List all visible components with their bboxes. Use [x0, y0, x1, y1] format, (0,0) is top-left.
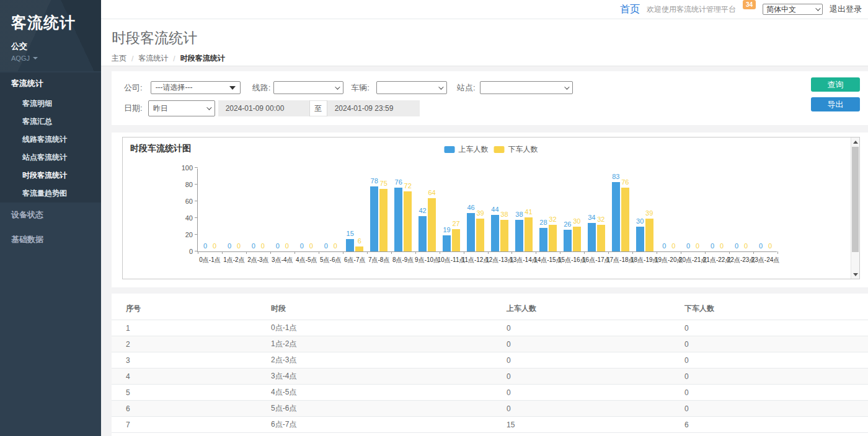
table-cell: 0: [492, 368, 670, 385]
bar-alighting: [525, 217, 533, 251]
bar-value-label: 0: [720, 242, 724, 250]
filter-row-1: 公司: ---请选择--- 线路: 车辆: 站点:: [112, 81, 573, 94]
sidebar-item-base-data[interactable]: 基础数据: [0, 227, 101, 252]
table-cell: 5点-6点: [257, 401, 492, 417]
table-cell: 3点-4点: [257, 368, 492, 385]
bar-value-label: 0: [228, 242, 231, 250]
table-cell: 6: [670, 417, 868, 433]
x-axis-category-label: 3点-4点: [272, 256, 293, 264]
bar-value-label: 0: [334, 242, 337, 250]
sidebar-item-trend-chart[interactable]: 客流量趋势图: [0, 185, 101, 203]
bar-alighting: [573, 227, 581, 252]
bar-value-label: 0: [735, 242, 738, 250]
bar-value-label: 0: [324, 242, 328, 250]
table-row: 21点-2点00: [112, 336, 868, 352]
date-start-input[interactable]: 2024-01-09 00:00: [218, 100, 309, 116]
station-select[interactable]: [480, 81, 573, 94]
bar-value-label: 0: [276, 242, 280, 250]
x-tick-mark: [415, 251, 416, 254]
x-axis-category-label: 1点-2点: [223, 256, 244, 264]
page-heading: 时段客流统计 主页 / 客流统计 / 时段客流统计: [101, 19, 868, 66]
bar-value-label: 34: [588, 214, 595, 221]
legend-swatch-alighting: [494, 146, 505, 153]
table-panel: 序号时段上车人数下车人数 10点-1点0021点-2点0032点-3点0043点…: [112, 294, 868, 436]
sidebar-item-period-stats[interactable]: 时段客流统计: [0, 167, 101, 185]
bar-value-label: 39: [476, 209, 484, 217]
vehicle-select[interactable]: [376, 81, 447, 94]
language-select[interactable]: 简体中文: [763, 4, 823, 15]
line-select[interactable]: [273, 81, 343, 94]
sidebar-item-station-stats[interactable]: 站点客流统计: [0, 149, 101, 167]
x-tick-mark: [440, 251, 440, 254]
x-tick-mark: [681, 251, 681, 254]
x-axis-category-label: 7点-8点: [368, 256, 389, 264]
table-cell: 1点-2点: [257, 336, 492, 352]
bar-value-label: 0: [696, 242, 699, 250]
breadcrumb-parent[interactable]: 客流统计: [138, 53, 168, 64]
bar-boarding: [418, 216, 427, 251]
welcome-text: 欢迎使用客流统计管理平台: [647, 4, 736, 15]
sidebar-item-passenger-stats[interactable]: 客流统计: [0, 72, 101, 95]
x-tick-mark: [367, 251, 368, 254]
table-row: 10点-1点00: [112, 320, 868, 336]
table-cell: 0: [670, 352, 868, 368]
table-cell: 6: [112, 401, 257, 417]
table-cell: 4点-5点: [257, 385, 492, 401]
sidebar-item-passenger-detail[interactable]: 客流明细: [0, 95, 101, 113]
bar-boarding: [539, 228, 547, 251]
table-cell: 7: [112, 417, 257, 433]
query-button[interactable]: 查询: [811, 77, 860, 92]
sidebar-item-line-stats[interactable]: 线路客流统计: [0, 131, 101, 149]
bar-value-label: 0: [285, 242, 289, 250]
chart-vertical-scrollbar[interactable]: [851, 137, 859, 279]
company-select[interactable]: ---请选择---: [151, 81, 241, 94]
bar-alighting: [355, 246, 363, 251]
table-cell: 3: [112, 352, 257, 368]
bar-value-label: 38: [515, 211, 523, 218]
line-label: 线路:: [252, 82, 271, 94]
table-cell: 0: [492, 352, 670, 368]
sidebar-item-device-status[interactable]: 设备状态: [0, 203, 101, 227]
breadcrumb-current: 时段客流统计: [180, 53, 225, 64]
bar-boarding: [394, 188, 402, 251]
bar-alighting: [549, 225, 557, 251]
logout-link[interactable]: 退出登录: [830, 4, 862, 15]
scroll-down-icon[interactable]: [851, 270, 859, 279]
scroll-up-icon[interactable]: [851, 137, 859, 146]
profile-dropdown[interactable]: AQGJ: [11, 54, 90, 62]
date-end-input[interactable]: 2024-01-09 23:59: [327, 100, 420, 116]
scrollbar-thumb[interactable]: [852, 147, 859, 252]
bar-alighting: [500, 220, 508, 251]
table-cell: 6点-7点: [257, 417, 492, 433]
bar-boarding: [636, 227, 644, 252]
bar-value-label: 15: [347, 230, 354, 237]
bar-boarding: [467, 213, 475, 251]
station-label: 站点:: [457, 82, 476, 94]
breadcrumb-home[interactable]: 主页: [112, 53, 126, 64]
date-to-label: 至: [309, 100, 327, 116]
date-preset-select[interactable]: 昨日: [148, 100, 215, 116]
chart-box: 时段车流统计图 上车人数 下车人数 020406080100000点-1点001…: [122, 137, 860, 279]
sidebar-menu: 客流统计客流明细客流汇总线路客流统计站点客流统计时段客流统计客流量趋势图设备状态…: [0, 72, 101, 252]
export-button[interactable]: 导出: [811, 97, 860, 111]
bar-value-label: 28: [539, 219, 547, 226]
app-window: 客流统计 公交 AQGJ 客流统计客流明细客流汇总线路客流统计站点客流统计时段客…: [0, 0, 868, 436]
sidebar-item-passenger-summary[interactable]: 客流汇总: [0, 113, 101, 131]
filter-row-2: 日期: 昨日 2024-01-09 00:00 至 2024-01-09 23:…: [112, 100, 420, 116]
x-axis-category-label: 0点-1点: [199, 256, 220, 264]
notification-badge: 34: [743, 0, 756, 9]
bar-value-label: 6: [358, 237, 361, 245]
breadcrumb-separator: /: [131, 54, 133, 63]
home-link[interactable]: 首页: [620, 3, 640, 16]
y-tick-mark: [195, 201, 198, 201]
bar-boarding: [515, 220, 523, 251]
x-axis-category-label: 23点-24点: [751, 256, 780, 264]
table-header-row: 序号时段上车人数下车人数: [112, 294, 868, 320]
x-tick-mark: [198, 251, 198, 254]
table-cell: 0: [670, 385, 868, 401]
bar-alighting: [645, 219, 653, 251]
table-row: 65点-6点00: [112, 401, 868, 417]
bar-value-label: 41: [525, 208, 532, 216]
y-tick-label: 0: [172, 248, 193, 255]
bar-boarding: [443, 235, 451, 251]
